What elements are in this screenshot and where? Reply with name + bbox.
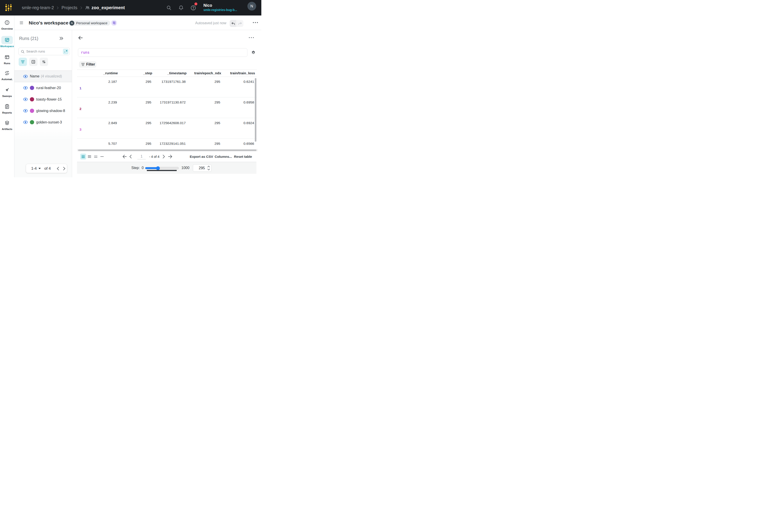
vertical-scrollbar[interactable]: [255, 78, 256, 142]
slider-handle[interactable]: [156, 166, 160, 170]
sidebar-item-automations[interactable]: Automat.: [0, 69, 14, 81]
filter-lines-icon: [81, 63, 85, 66]
sidebar-item-runs[interactable]: Runs: [0, 53, 14, 65]
row-height-large-button[interactable]: [93, 153, 99, 160]
cell-epoch: 295: [188, 97, 223, 118]
back-button[interactable]: [78, 36, 83, 40]
filter-button[interactable]: Filter: [79, 61, 96, 67]
runs-filter-button[interactable]: [19, 58, 27, 66]
global-search-button[interactable]: [164, 0, 174, 16]
sidebar-item-workspace[interactable]: Workspace: [0, 36, 14, 48]
table-row[interactable]: 3 2.849 295 1725642608.017 295 0.6924: [77, 118, 257, 139]
first-page-button[interactable]: [122, 155, 127, 159]
eye-icon[interactable]: [23, 97, 28, 101]
step-min: 0: [142, 166, 144, 170]
help-button[interactable]: [188, 0, 198, 16]
run-color-dot: [30, 97, 34, 102]
column-header[interactable]: _runtime: [82, 71, 120, 75]
user-name: Nico: [203, 3, 237, 8]
caret-down-icon[interactable]: [38, 168, 41, 169]
sidebar-label: Automat.: [0, 78, 14, 81]
personal-workspace-pill[interactable]: N Personal workspace: [69, 21, 110, 26]
sidebar-item-sweeps[interactable]: Sweeps: [0, 86, 14, 97]
run-name[interactable]: rural-feather-20: [36, 86, 61, 90]
reset-table-button[interactable]: Reset table: [234, 155, 252, 159]
row-number: 1: [77, 77, 82, 97]
table-options-button[interactable]: [249, 37, 254, 38]
row-height-medium-button[interactable]: [86, 153, 92, 160]
table-settings-button[interactable]: [251, 51, 255, 55]
query-input[interactable]: runs: [78, 48, 247, 57]
eye-icon[interactable]: [23, 109, 28, 112]
previous-page-button[interactable]: [129, 155, 132, 159]
next-page-button[interactable]: [163, 155, 165, 159]
run-row[interactable]: rural-feather-20: [15, 82, 72, 93]
column-header[interactable]: train/epoch_ndx: [188, 71, 223, 75]
page-number-input[interactable]: 1: [137, 155, 146, 159]
eye-icon[interactable]: [23, 86, 28, 89]
runs-group-button[interactable]: [29, 58, 37, 66]
horizontal-scrollbar[interactable]: [78, 149, 256, 151]
workspace-options-button[interactable]: [253, 22, 258, 23]
user-menu[interactable]: Nico smle-registries-bug-b...: [203, 3, 237, 12]
collapse-panel-button[interactable]: [59, 36, 64, 40]
prev-page-icon[interactable]: [57, 167, 59, 170]
runs-sort-button[interactable]: [40, 58, 48, 66]
table-row[interactable]: 1 2.187 295 1731971761.38 295 0.6241: [77, 77, 257, 97]
bell-icon: [178, 5, 184, 10]
sidebar-item-overview[interactable]: Overview: [0, 19, 14, 30]
row-height-huge-button[interactable]: [99, 153, 105, 160]
cell-timestamp: 1725642608.017: [154, 118, 188, 139]
run-name[interactable]: golden-sunset-3: [36, 120, 62, 124]
step-max: 1000: [181, 166, 190, 170]
row-height-small-button[interactable]: [80, 153, 86, 160]
run-row[interactable]: glowing-shadow-8: [15, 105, 72, 116]
edit-workspace-button[interactable]: [111, 20, 117, 26]
runs-list-header[interactable]: Name (4 visualized): [15, 71, 72, 82]
sidebar-item-artifacts[interactable]: Artifacts: [0, 119, 14, 131]
avatar[interactable]: N: [247, 2, 256, 10]
column-header[interactable]: _timestamp: [154, 71, 188, 75]
run-color-dot: [30, 109, 34, 113]
notifications-button[interactable]: [176, 0, 186, 16]
eye-icon[interactable]: [23, 75, 28, 78]
cell-runtime: 2.849: [82, 118, 120, 139]
step-increment-icon[interactable]: [207, 166, 210, 167]
rows-2-icon: [94, 156, 97, 158]
step-slider[interactable]: [145, 167, 179, 169]
run-row[interactable]: toasty-flower-15: [15, 93, 72, 105]
undo-button[interactable]: [230, 20, 236, 27]
eye-icon[interactable]: [23, 120, 28, 124]
last-page-button[interactable]: [168, 155, 172, 159]
sort-arrows-icon: [42, 60, 46, 64]
user-team-link[interactable]: smle-registries-bug-b...: [203, 8, 237, 12]
hamburger-icon: [20, 21, 23, 24]
table-row[interactable]: 4 5.707 295 1723229141.051 295 0.6566: [77, 139, 257, 148]
run-name[interactable]: glowing-shadow-8: [36, 109, 65, 113]
wandb-workspace-app: smle-reg-team-2 Projects zoo_experiment: [0, 0, 261, 177]
runs-page-range[interactable]: 1-4: [31, 166, 37, 171]
column-header[interactable]: _step: [120, 71, 154, 75]
topbar-actions: Nico smle-registries-bug-b... N: [0, 0, 261, 16]
column-header[interactable]: train/train_loss: [223, 71, 257, 75]
run-search-input[interactable]: Search runs .*: [19, 48, 70, 55]
sidebar-label: Overview: [0, 27, 14, 30]
step-value-input[interactable]: 295: [193, 164, 212, 172]
redo-button[interactable]: [236, 20, 243, 27]
cell-loss: 0.6924: [223, 118, 257, 139]
table-row[interactable]: 2 2.239 295 1731971130.672 295 0.6958: [77, 97, 257, 118]
run-row[interactable]: golden-sunset-3: [15, 116, 72, 128]
cell-step: 295: [120, 118, 154, 139]
panel-menu-button[interactable]: [20, 21, 23, 24]
table-header-row: _runtime _step _timestamp train/epoch_nd…: [77, 69, 257, 77]
columns-button[interactable]: Columns...: [215, 155, 232, 159]
run-name[interactable]: toasty-flower-15: [36, 97, 62, 102]
cell-step: 295: [120, 139, 154, 148]
info-icon: [4, 20, 10, 25]
rows-4-icon: [82, 155, 85, 158]
next-page-icon[interactable]: [63, 167, 65, 170]
sidebar-item-reports[interactable]: Reports: [0, 102, 14, 114]
step-decrement-icon[interactable]: [207, 169, 210, 170]
export-csv-button[interactable]: Export as CSV: [190, 155, 213, 159]
regex-toggle-button[interactable]: .*: [63, 49, 68, 54]
